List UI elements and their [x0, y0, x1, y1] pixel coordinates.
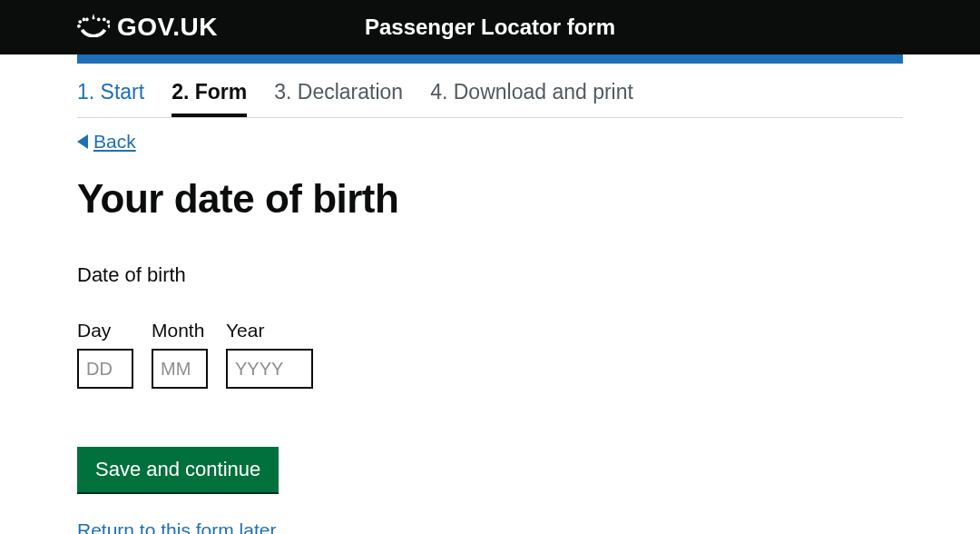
- back-arrow-icon: [77, 134, 88, 149]
- step-start[interactable]: 1. Start: [77, 80, 144, 104]
- return-later-link[interactable]: Return to this form later: [77, 519, 276, 534]
- day-label: Day: [77, 320, 133, 341]
- logo-text: GOV.UK: [117, 13, 218, 42]
- month-label: Month: [152, 320, 208, 341]
- govuk-logo[interactable]: GOV.UK: [77, 13, 218, 42]
- progress-steps: 1. Start 2. Form 3. Declaration 4. Downl…: [77, 80, 903, 118]
- month-input[interactable]: [152, 349, 208, 389]
- month-group: Month: [152, 320, 208, 389]
- service-title: Passenger Locator form: [365, 15, 615, 40]
- page-title: Your date of birth: [77, 176, 903, 222]
- back-link-text: Back: [93, 131, 136, 153]
- day-group: Day: [77, 320, 133, 389]
- back-link[interactable]: Back: [77, 131, 136, 153]
- crown-icon: [77, 14, 110, 41]
- site-header: GOV.UK Passenger Locator form: [0, 0, 980, 54]
- day-input[interactable]: [77, 349, 133, 389]
- year-group: Year: [226, 320, 313, 389]
- header-accent-bar: [77, 54, 903, 64]
- date-of-birth-fieldset: Day Month Year: [77, 320, 903, 389]
- step-download: 4. Download and print: [430, 80, 633, 104]
- year-label: Year: [226, 320, 313, 341]
- step-form[interactable]: 2. Form: [172, 80, 247, 104]
- year-input[interactable]: [226, 349, 313, 389]
- fieldset-legend: Date of birth: [77, 263, 903, 287]
- save-continue-button[interactable]: Save and continue: [77, 447, 279, 492]
- step-declaration: 3. Declaration: [274, 80, 403, 104]
